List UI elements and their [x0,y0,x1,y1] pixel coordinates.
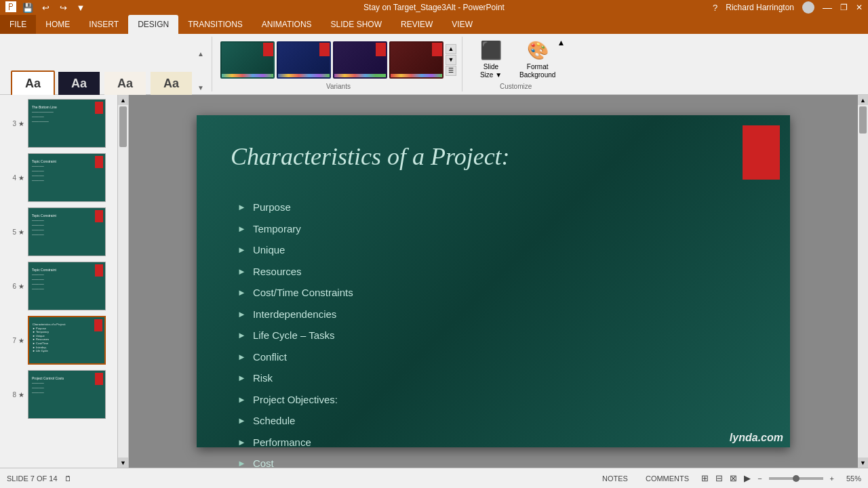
bullet-resources: ► Resources [237,261,353,283]
slide-panel-scrollbar: ▲ ▼ [118,95,128,468]
customize-qa-button[interactable]: ▼ [73,0,88,15]
zoom-level[interactable]: 55% [841,474,861,483]
tab-view[interactable]: VIEW [442,15,482,34]
zoom-in-icon[interactable]: + [830,474,834,483]
variants-section: ▲ ▼ ☰ Variants [215,37,462,92]
format-background-button[interactable]: 🎨 FormatBackground [514,37,561,82]
slide-item-7[interactable]: 7 ★ Characteristics of a Project:► Purpo… [3,314,115,366]
status-bar: SLIDE 7 OF 14 🗒 NOTES COMMENTS ⊞ ⊟ ⊠ ▶ −… [0,468,868,488]
variants-scroll-up[interactable]: ▲ [446,44,456,54]
slide-star-7: ★ [18,337,26,344]
view-normal-icon[interactable]: ⊞ [701,473,709,483]
collapse-ribbon-button[interactable]: ▲ [557,38,565,47]
slide-size-button[interactable]: ⬛ SlideSize ▼ [471,37,511,82]
bullet-text-cost: Cost [253,453,274,468]
slide-panel-scroll-thumb[interactable] [119,106,127,147]
tab-animations[interactable]: ANIMATIONS [252,15,321,34]
tab-home[interactable]: HOME [36,15,79,34]
themes-section: Aa Aa [5,37,212,92]
tab-design[interactable]: DESIGN [128,15,178,34]
bullet-text-unique: Unique [253,239,285,261]
save-button[interactable]: 💾 [20,0,35,15]
variants-label: Variants [326,83,351,92]
bullet-schedule: ► Schedule [237,410,353,432]
slide-item-8[interactable]: 8 ★ Project Control Costs─────────────── [3,369,115,420]
themes-scroll-up[interactable]: ▲ [195,37,206,70]
view-fullscreen-icon[interactable]: ▶ [744,473,751,483]
slide-item-5[interactable]: 5 ★ Topic Constraint──────────────────── [3,206,115,258]
format-bg-icon: 🎨 [527,40,549,61]
bullet-text-conflict: Conflict [253,346,287,368]
bullet-arrow-icon-9: ► [237,369,246,387]
variants-scroll-down[interactable]: ▼ [446,55,456,65]
customize-items: ⬛ SlideSize ▼ 🎨 FormatBackground [471,37,561,83]
ribbon-tab-bar: FILE HOME INSERT DESIGN TRANSITIONS ANIM… [0,15,868,34]
close-button[interactable]: ✕ [856,3,863,12]
app-icon: 🅿 [5,1,16,14]
account-avatar [802,1,814,14]
slide-item-6[interactable]: 6 ★ Topic Constraint──────────────────── [3,260,115,312]
redo-button[interactable]: ↪ [56,0,71,15]
slide-size-label: SlideSize ▼ [480,63,502,79]
variant-4[interactable] [389,41,443,79]
slide-info: SLIDE 7 OF 14 [7,474,58,483]
bullet-unique: ► Unique [237,239,353,261]
tab-file[interactable]: FILE [0,15,36,34]
slide-item-4[interactable]: 4 ★ Topic Constraint──────────────────── [3,152,115,203]
variant-2[interactable] [277,41,331,79]
bullet-text-temporary: Temporary [253,218,301,240]
slide-canvas[interactable]: Characteristics of a Project: ► Purpose … [197,115,790,447]
tab-transitions[interactable]: TRANSITIONS [178,15,252,34]
minimize-button[interactable]: — [823,2,832,13]
bullet-text-resources: Resources [253,261,302,283]
slide-thumb-3: The Bottom Line───────────────────── [28,99,106,148]
bullet-risk: ► Risk [237,367,353,389]
view-grid-icon[interactable]: ⊟ [715,473,723,483]
undo-button[interactable]: ↩ [38,0,53,15]
main-scroll-thumb[interactable] [859,106,867,134]
bullet-interdependencies: ► Interdependencies [237,304,353,325]
slide-num-5: 5 [4,228,16,236]
bullet-conflict: ► Conflict [237,346,353,368]
slide-panel-scroll-up[interactable]: ▲ [118,95,128,105]
account-name[interactable]: Richard Harrington [726,3,794,12]
tab-review[interactable]: REVIEW [391,15,442,34]
view-reading-icon[interactable]: ⊠ [730,473,737,483]
slide-num-7: 7 [4,337,16,344]
main-scroll-up[interactable]: ▲ [858,95,868,105]
notes-button[interactable]: NOTES [597,473,633,484]
ribbon: FILE HOME INSERT DESIGN TRANSITIONS ANIM… [0,15,868,95]
watermark: lynda.com [730,432,783,444]
title-bar: 🅿 💾 ↩ ↪ ▼ Stay on Target_Stage3Alt - Pow… [0,0,868,15]
variant-3[interactable] [333,41,387,79]
bullet-text-lifecycle: Life Cycle – Tasks [253,325,335,346]
slide-item-3[interactable]: 3 ★ The Bottom Line───────────────────── [3,98,115,149]
slide-title: Characteristics of a Project: [231,142,510,171]
bullet-temporary: ► Temporary [237,218,353,240]
comments-button[interactable]: COMMENTS [640,473,694,484]
slide-area: Characteristics of a Project: ► Purpose … [129,95,858,468]
zoom-slider[interactable] [769,477,823,480]
tab-slideshow[interactable]: SLIDE SHOW [321,15,391,34]
bullet-arrow-icon-3: ► [237,241,246,259]
format-bg-label: FormatBackground [519,63,555,79]
tab-insert[interactable]: INSERT [79,15,128,34]
titlebar-title: Stay on Target_Stage3Alt - PowerPoint [363,3,505,12]
slide-notes-toggle[interactable]: 🗒 [64,474,72,483]
variant-1[interactable] [220,41,275,79]
slide-thumb-8: Project Control Costs─────────────── [28,370,106,419]
slide-num-4: 4 [4,174,16,182]
bullet-cost-time: ► Cost/Time Constraints [237,282,353,304]
zoom-out-icon[interactable]: − [757,474,762,483]
bullet-purpose: ► Purpose [237,197,353,218]
help-icon[interactable]: ? [713,3,717,13]
bullet-text-cost-time: Cost/Time Constraints [253,282,353,304]
bullet-arrow-icon-12: ► [237,433,246,451]
slide-panel-scroll-down[interactable]: ▼ [118,458,128,468]
slide-thumb-7: Characteristics of a Project:► Purpose► … [28,316,106,365]
variants-expand[interactable]: ☰ [446,66,456,76]
main-scroll-down[interactable]: ▼ [858,458,868,468]
restore-button[interactable]: ❐ [840,3,848,12]
zoom-thumb [793,475,800,482]
bullet-arrow-icon-4: ► [237,262,246,281]
